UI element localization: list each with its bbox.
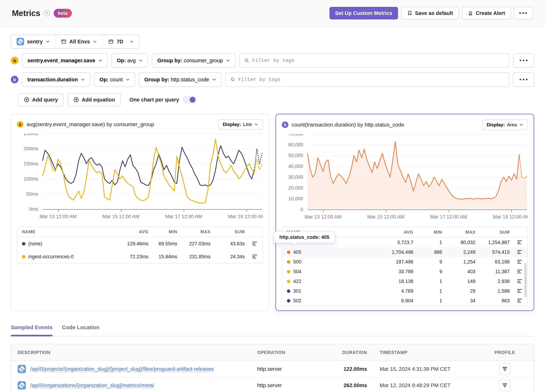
one-chart-per-query-label: One chart per query <box>130 97 179 103</box>
query-more-button[interactable]: ••• <box>513 53 534 68</box>
table-scrollbar[interactable] <box>525 263 526 297</box>
tag-filter-field[interactable] <box>238 77 504 82</box>
focus-series-icon[interactable] <box>517 240 523 245</box>
series-sum: 863 <box>476 298 510 304</box>
series-min: 886 <box>413 250 442 255</box>
series-max: 149 <box>442 279 476 284</box>
series-sum: 2,938 <box>476 279 510 284</box>
page-header: Metrics ? beta Set Up Custom Metrics Sav… <box>0 0 545 27</box>
chart-title: avg(sentry.event_manager.save) by consum… <box>27 121 154 128</box>
series-name: 504 <box>293 269 301 275</box>
focus-series-icon[interactable] <box>517 269 523 274</box>
series-max: 227.03ms <box>177 241 211 247</box>
series-min: 1 <box>413 298 442 304</box>
tag-filter-field[interactable] <box>252 58 504 63</box>
x-axis-label: Mar 15 12:00 AM <box>367 214 404 220</box>
x-axis: Mar 13 12:00 AMMar 15 12:00 AMMar 17 12:… <box>307 214 527 221</box>
area-chart <box>307 134 527 209</box>
add-query-button[interactable]: Add query <box>18 93 64 106</box>
series-color-dot <box>287 299 290 303</box>
summary-row[interactable]: ingest-occurrences-072.23ms15.84ms231.85… <box>17 250 262 263</box>
chart-header: aavg(sentry.event_manager.save) by consu… <box>17 119 263 130</box>
project-selector[interactable]: sentry <box>11 35 55 48</box>
series-avg: 33.789 <box>372 269 413 275</box>
group-by-select[interactable]: Group by: http.status_code <box>139 72 222 87</box>
chevron-down-icon <box>212 77 216 82</box>
series-color-dot <box>287 289 290 293</box>
details-tabs: Sampled Events Code Location <box>11 324 534 336</box>
summary-row[interactable]: 50433.789940311,387 <box>282 267 527 276</box>
series-sum: 63,186 <box>476 259 510 265</box>
profile-button[interactable] <box>499 363 511 375</box>
focus-series-icon[interactable] <box>517 289 523 293</box>
series-avg: 4.769 <box>372 288 413 294</box>
metric-select[interactable]: transaction.duration <box>22 72 90 87</box>
python-icon <box>17 38 24 45</box>
tag-filter-input[interactable] <box>225 72 509 87</box>
display-select[interactable]: Display: Area <box>482 120 528 130</box>
x-axis-tick <box>246 209 247 212</box>
query-row-b: btransaction.durationOp: countGroup by: … <box>11 72 534 87</box>
summary-row[interactable]: 4051,704.4968862,249574,415 <box>282 247 527 257</box>
group-by-select[interactable]: Group by: consumer_group <box>152 53 235 68</box>
summary-row[interactable]: 3014.7691291,588 <box>282 286 527 296</box>
chevron-down-icon <box>125 77 130 82</box>
page-title: Metrics <box>12 8 40 18</box>
op-select[interactable]: Op: avg <box>111 53 149 68</box>
one-chart-per-query-toggle[interactable] <box>183 96 196 103</box>
x-axis: Mar 13 12:00 AMMar 15 12:00 AMMar 17 12:… <box>43 214 262 221</box>
summary-row[interactable]: 42218.13611492,938 <box>282 276 527 286</box>
x-axis-label: Mar 13 12:00 AM <box>304 214 342 220</box>
chart-card-a[interactable]: aavg(sentry.event_manager.save) by consu… <box>11 114 269 311</box>
x-axis-label: Mar 19 12:00 AM <box>228 214 263 219</box>
column-operation: OPERATION <box>257 350 329 355</box>
chevron-down-icon <box>130 39 134 44</box>
focus-series-icon[interactable] <box>517 298 523 303</box>
series-sum: 574,415 <box>476 250 510 255</box>
create-alert-button[interactable]: Create Alert <box>462 7 511 19</box>
metric-select[interactable]: sentry.event_manager.save <box>22 53 108 68</box>
save-as-default-button[interactable]: Save as default <box>401 7 459 19</box>
tab-sampled-events[interactable]: Sampled Events <box>11 324 53 336</box>
summary-row[interactable]: 500187.49691,25463,186 <box>282 257 527 267</box>
date-range-selector[interactable]: 7D <box>102 35 139 48</box>
add-equation-button[interactable]: Add equation <box>68 93 121 106</box>
metric-name: transaction.duration <box>27 77 78 83</box>
focus-series-icon[interactable] <box>517 260 523 264</box>
focus-series-icon[interactable] <box>517 279 523 284</box>
series-avg: 3,723.7 <box>372 240 413 245</box>
series-min: 1 <box>413 279 442 284</box>
tab-code-location[interactable]: Code Location <box>62 324 99 336</box>
focus-series-icon[interactable] <box>252 241 258 246</box>
event-description-link[interactable]: /api/0/organizations/{organization_slug}… <box>30 382 154 388</box>
op-select[interactable]: Op: count <box>94 72 135 87</box>
tag-filter-input[interactable] <box>239 53 509 68</box>
chart-card-b[interactable]: bcount(transaction.duration) by http.sta… <box>275 114 534 311</box>
series-color-dot <box>287 251 290 254</box>
y-axis: 70,00060,00050,00040,00030,00020,00010,0… <box>282 134 303 209</box>
summary-row[interactable]: 5026.904134863 <box>282 296 527 306</box>
summary-row[interactable]: (none)129.46ms69.55ms227.03ms43.63s <box>17 237 262 250</box>
search-icon <box>230 77 235 82</box>
event-description-link[interactable]: /api/0/projects/{organization_slug}/{pro… <box>30 366 214 372</box>
x-axis-line <box>307 209 527 210</box>
series-max: 2,249 <box>442 250 476 255</box>
help-icon[interactable]: ? <box>43 10 50 16</box>
series-min: 15.84ms <box>149 254 177 260</box>
chart-plot-area[interactable]: 70,00060,00050,00040,00030,00020,00010,0… <box>282 134 528 221</box>
profile-button[interactable] <box>499 380 511 391</box>
x-axis-tick <box>58 209 59 212</box>
series-summary-table: NAMEAVGMINMAXSUM(none)129.46ms69.55ms227… <box>17 227 263 263</box>
focus-series-icon[interactable] <box>252 254 258 259</box>
query-more-button[interactable]: ••• <box>513 72 534 87</box>
display-select[interactable]: Display: Line <box>218 119 263 130</box>
chart-plot-area[interactable]: 250ms200ms150ms100ms50ms0msMar 13 12:00 … <box>17 134 263 221</box>
sampled-events-table: DESCRIPTION OPERATION DURATION TIMESTAMP… <box>11 344 534 392</box>
x-axis-label: Mar 17 12:00 AM <box>430 214 467 220</box>
summary-header: NAMEAVGMINMAXSUM <box>17 227 262 237</box>
environment-selector[interactable]: All Envs <box>55 35 102 48</box>
series-min: 69.55ms <box>149 241 177 247</box>
set-up-custom-metrics-button[interactable]: Set Up Custom Metrics <box>329 7 398 19</box>
header-more-button[interactable]: ••• <box>514 7 533 19</box>
focus-series-icon[interactable] <box>517 250 523 255</box>
